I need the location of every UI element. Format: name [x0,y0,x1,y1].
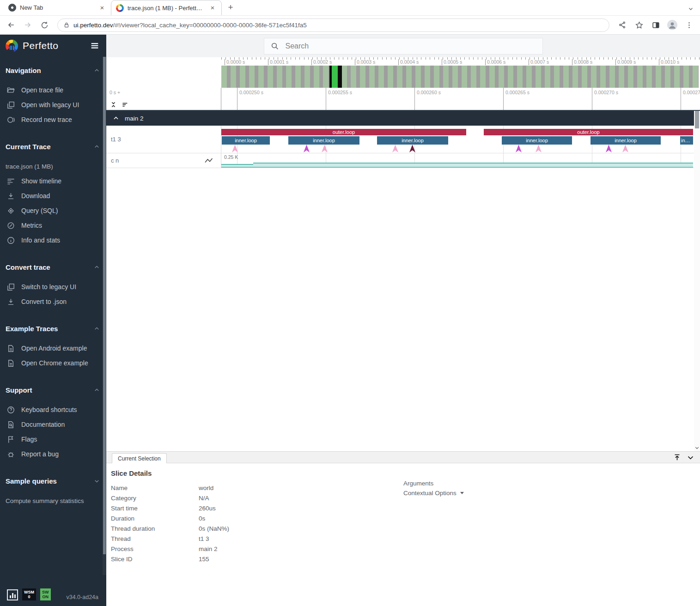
sidebar-item-switch-to-legacy-ui[interactable]: Switch to legacy UI [0,279,106,294]
instant-event-arrow[interactable] [622,145,628,152]
process-group-header[interactable]: main 2 [106,111,700,126]
slice-inner-loop[interactable]: inner.loop [502,136,572,145]
menu-hamburger-icon[interactable] [90,41,100,51]
instant-event-arrow[interactable] [536,145,542,152]
chevron-up-icon[interactable] [94,67,100,73]
tab-new-tab[interactable]: New Tab × [4,0,111,15]
close-tab-icon[interactable]: × [98,4,106,12]
reload-icon[interactable] [37,18,52,32]
thread-track[interactable]: t1 3 outer.loopouter.loopinner.loopinner… [106,126,700,153]
detail-value: N/A [199,495,209,502]
chevron-up-icon[interactable] [94,326,100,332]
sidebar-item-keyboard-shortcuts[interactable]: Keyboard shortcuts [0,402,106,417]
collapse-tracks-icon[interactable] [110,101,117,108]
sidebar-item-open-trace-file[interactable]: Open trace file [0,83,106,97]
instant-event-arrow[interactable] [304,145,310,152]
main-area: Search 0.0000 s0.0001 s0.0002 s0.0003 s0… [106,35,700,606]
tab-perfetto[interactable]: trace.json (1 MB) - Perfetto UI × [111,0,222,15]
slice-inner-loop[interactable]: inner.loop [222,136,270,145]
contextual-options-dropdown[interactable]: Contextual Options [403,490,464,497]
axis-tick-label: 0.000260 s [414,88,441,110]
tab-current-selection[interactable]: Current Selection [112,453,167,463]
share-icon[interactable] [615,18,630,32]
sidebar-item-open-chrome-example[interactable]: Open Chrome example [0,356,106,370]
section-header-current-trace[interactable]: Current Trace [0,141,106,152]
back-icon[interactable] [4,18,18,32]
dropdown-caret-icon [460,492,464,494]
ruler-tick-label: 0.0008 s [572,59,592,65]
slice-inner-loop[interactable]: inner.loop [288,136,359,145]
sidebar-sections: NavigationOpen trace fileOpen with legac… [0,57,106,508]
new-tab-button[interactable]: + [225,1,237,13]
section-header-navigation[interactable]: Navigation [0,65,106,75]
instant-event-arrow[interactable] [232,145,238,152]
slice-inner-loop[interactable]: inner.loop [377,136,448,145]
slice-inner-loop[interactable]: inner.loop [590,136,661,145]
counter-track[interactable]: c n 0.25 K [106,153,700,168]
instant-event-arrow[interactable] [322,145,328,152]
forward-icon[interactable] [20,18,35,32]
details-drag-handle[interactable]: Current Selection [106,451,700,463]
chevron-up-icon[interactable] [94,264,100,270]
chevron-up-icon [113,115,119,121]
sidebar-item-record-new-trace[interactable]: Record new trace [0,112,106,127]
minimap-viewport[interactable] [329,66,342,88]
instant-event-arrow[interactable] [516,145,522,152]
counter-track-canvas[interactable]: 0.25 K [221,153,693,168]
info-icon [6,236,15,245]
slice-inner-loop[interactable]: inner.loop [680,136,693,145]
close-tab-icon[interactable]: × [208,4,217,12]
sidebar-section-navigation: NavigationOpen trace fileOpen with legac… [0,65,106,127]
timeline-icon [6,177,15,186]
section-header-sample-queries[interactable]: Sample queries [0,476,106,486]
sidebar-item-flags[interactable]: Flags [0,432,106,447]
sidebar-item-convert-to-json[interactable]: Convert to .json [0,294,106,309]
search-input[interactable]: Search [264,38,543,55]
sidebar-item-report-a-bug[interactable]: Report a bug [0,447,106,461]
details-heading: Slice Details [111,469,700,477]
detail-row: Threadt1 3 [111,533,700,544]
minimap-overview[interactable] [221,66,699,88]
address-bar[interactable]: ui.perfetto.dev/#!/viewer?local_cache_ke… [57,18,609,32]
perf-stats-icon[interactable] [7,589,18,600]
thread-track-canvas[interactable]: outer.loopouter.loopinner.loopinner.loop… [221,126,693,153]
instant-event-arrow[interactable] [392,145,398,152]
axis-tick-label: 0.000265 s [503,88,530,110]
browser-menu-icon[interactable] [682,18,696,32]
scrollbar-thumb[interactable] [695,111,699,128]
tab-list-chevron-icon[interactable] [688,6,694,12]
sidebar-item-show-timeline[interactable]: Show timeline [0,174,106,188]
chevron-up-icon[interactable] [94,144,100,150]
section-header-convert-trace[interactable]: Convert trace [0,262,106,272]
scroll-down-icon[interactable] [694,445,700,450]
folder-icon [6,86,15,95]
collapse-panel-icon[interactable] [687,454,694,461]
instant-event-arrow[interactable] [606,145,612,152]
sidebar-item-query-sql-[interactable]: Query (SQL) [0,203,106,218]
chevron-up-icon[interactable] [94,387,100,393]
track-filter-icon[interactable] [122,101,129,108]
section-title: Current Trace [6,143,94,151]
sidebar-item-open-android-example[interactable]: Open Android example [0,341,106,356]
detail-label: Category [111,495,199,502]
slice-outer-loop[interactable]: outer.loop [221,129,466,135]
expand-panel-icon[interactable] [673,454,681,461]
sidebar-header: Perfetto [0,35,106,57]
sidebar-item-documentation[interactable]: Documentation [0,417,106,432]
tracks-scrollbar[interactable] [694,111,700,451]
chevron-down-icon[interactable] [94,478,100,484]
section-header-support[interactable]: Support [0,385,106,395]
sidebar-item-metrics[interactable]: Metrics [0,218,106,233]
sidebar-scrollbar[interactable] [103,57,106,575]
avatar[interactable] [665,18,680,32]
sidebar-item-info-and-stats[interactable]: Info and stats [0,233,106,248]
instant-event-arrow-selected[interactable] [409,145,415,152]
time-origin-label: 0 s + [110,90,120,95]
detail-label: Duration [111,515,199,522]
sidebar-item-open-with-legacy-ui[interactable]: Open with legacy UI [0,97,106,112]
sidebar-item-download[interactable]: Download [0,188,106,203]
slice-outer-loop[interactable]: outer.loop [484,129,693,135]
side-panel-icon[interactable] [648,18,663,32]
section-header-example-traces[interactable]: Example Traces [0,323,106,333]
bookmark-star-icon[interactable] [632,18,646,32]
